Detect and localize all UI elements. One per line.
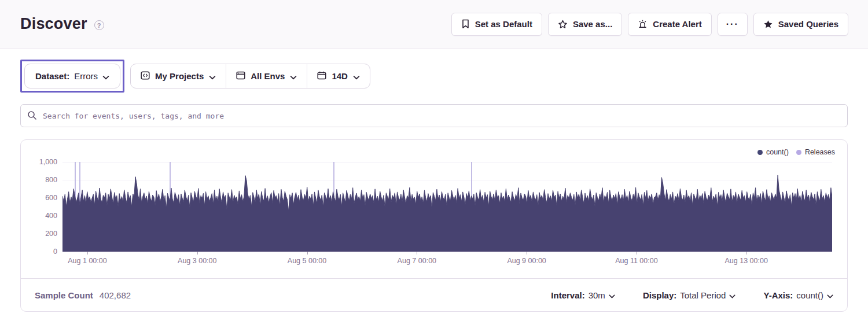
projects-dropdown[interactable]: My Projects [131,64,226,88]
dataset-highlight-box: Dataset: Errors [20,60,124,93]
x-axis-tick-label: Aug 11 00:00 [615,257,657,265]
chevron-down-icon [209,72,216,82]
dataset-label: Dataset: [35,71,69,81]
y-axis-tick-label: 200 [21,230,57,238]
create-alert-label: Create Alert [653,19,701,29]
toolbar: Set as Default Save as... Create Alert ·… [451,13,848,36]
y-axis-tick-label: 400 [21,212,57,220]
search-icon [27,110,37,123]
date-range-dropdown[interactable]: 14D [307,64,370,88]
page-title: Discover [20,15,87,33]
star-filled-icon [763,20,773,29]
x-axis-tick-label: Aug 7 00:00 [398,257,436,265]
chart-footer-bar: Sample Count 402,682 Interval: 30m Displ… [21,278,847,311]
x-axis-tick [417,252,417,254]
set-as-default-button[interactable]: Set as Default [451,13,542,36]
display-value: Total Period [680,290,726,300]
chevron-down-icon [729,290,735,300]
y-axis-tick-label: 1,000 [21,158,57,166]
display-label: Display: [643,290,676,300]
y-axis-dropdown[interactable]: Y-Axis: count() [763,290,833,300]
siren-icon [638,20,648,29]
environments-label: All Envs [251,71,285,81]
x-axis-tick [527,252,527,254]
search-bar [20,104,848,127]
legend-count-dot [757,150,763,155]
x-axis-tick [307,252,308,254]
saved-queries-button[interactable]: Saved Queries [753,13,848,36]
projects-label: My Projects [155,71,204,81]
y-axis-tick-label: 0 [21,248,57,256]
x-axis-tick-label: Aug 5 00:00 [288,257,326,265]
page-header: Discover ? Set as Default Save as... [0,0,868,49]
page-filters-group: My Projects All Envs [130,64,370,88]
project-icon [141,71,150,82]
legend-item-releases[interactable]: Releases [796,148,835,156]
events-area-chart[interactable]: count() Releases 02004006008001,000Aug 1… [21,140,847,278]
x-axis-tick-label: Aug 13 00:00 [725,257,768,265]
ellipsis-icon: ··· [726,19,739,29]
dataset-value: Errors [74,71,98,81]
create-alert-button[interactable]: Create Alert [628,13,711,36]
interval-dropdown[interactable]: Interval: 30m [551,290,615,300]
x-axis-tick [87,252,88,254]
legend-releases-dot [796,150,801,155]
x-axis-tick [746,252,747,254]
y-axis-tick-label: 600 [21,194,57,202]
save-as-button[interactable]: Save as... [548,13,622,36]
x-axis-tick [197,252,198,254]
save-as-label: Save as... [573,19,612,29]
chevron-down-icon [609,290,615,300]
help-icon[interactable]: ? [94,20,104,30]
search-input[interactable] [20,104,848,127]
legend-count-label: count() [766,148,789,156]
y-axis-label: Y-Axis: [763,290,793,300]
star-outline-icon [558,20,568,29]
bookmark-icon [461,19,470,29]
filter-bar: Dataset: Errors My Projects [20,60,848,93]
window-icon [236,71,245,82]
events-chart-panel: count() Releases 02004006008001,000Aug 1… [20,139,848,312]
set-as-default-label: Set as Default [475,19,532,29]
chevron-down-icon [290,72,297,82]
date-range-label: 14D [332,71,348,81]
chevron-down-icon [827,290,833,300]
x-axis-tick-label: Aug 1 00:00 [68,257,106,265]
more-options-button[interactable]: ··· [718,13,748,36]
y-axis-tick-label: 800 [21,176,57,184]
chevron-down-icon [102,72,109,82]
dataset-dropdown[interactable]: Dataset: Errors [24,64,120,88]
sample-count-label: Sample Count [35,290,93,300]
environments-dropdown[interactable]: All Envs [226,64,307,88]
interval-value: 30m [589,290,605,300]
x-axis-tick-label: Aug 3 00:00 [178,257,216,265]
x-axis-tick-label: Aug 9 00:00 [507,257,546,265]
sample-count-value: 402,682 [100,290,131,300]
y-axis-value: count() [796,290,823,300]
saved-queries-label: Saved Queries [778,19,838,29]
chart-legend: count() Releases [757,148,835,156]
interval-label: Interval: [551,290,584,300]
legend-item-count[interactable]: count() [757,148,789,156]
display-dropdown[interactable]: Display: Total Period [643,290,736,300]
count-area-series[interactable] [62,162,832,252]
chevron-down-icon [353,72,360,82]
x-axis-tick [637,252,637,254]
calendar-icon [317,71,326,82]
legend-releases-label: Releases [805,148,835,156]
